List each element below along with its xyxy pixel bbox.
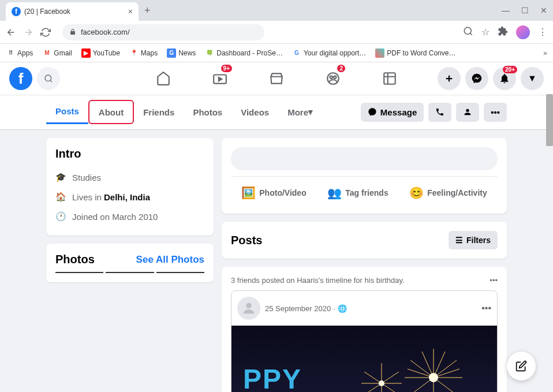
address-bar[interactable]: facebook.com/ [62,24,264,40]
intro-studies: 🎓Studies [55,167,204,187]
svg-line-24 [382,383,399,392]
bookmarks-overflow-icon[interactable]: » [543,49,547,57]
browser-toolbar: facebook.com/ ☆ ⋮ [0,21,553,44]
browser-tab-strip: f (20 | Facebook × + — ☐ ✕ [0,0,553,21]
extensions-icon[interactable] [498,26,508,39]
browser-tab[interactable]: f (20 | Facebook × [6,2,139,21]
clock-icon: 🕐 [55,211,66,222]
svg-rect-6 [384,73,395,84]
nav-watch[interactable]: 9+ [194,65,246,92]
notifications-button[interactable]: 20+ [493,67,516,90]
zoom-icon[interactable] [463,26,473,39]
timeline-menu[interactable]: ••• [490,276,498,285]
post-image[interactable]: PPY [231,326,497,392]
bookmark-gmail[interactable]: MGmail [42,48,72,58]
search-button[interactable] [37,67,60,90]
create-button[interactable] [438,67,461,90]
tab-title: (20 | Facebook [24,8,125,16]
new-tab-button[interactable]: + [144,5,151,17]
nav-gaming[interactable] [364,65,416,92]
add-friend-button[interactable] [456,103,479,122]
photos-card: Photos See All Photos [46,244,214,282]
maximize-icon[interactable]: ☐ [521,6,529,15]
svg-line-26 [364,383,382,392]
svg-point-3 [327,73,339,84]
lock-icon [69,27,76,38]
sparkler-icon [358,360,405,392]
svg-point-4 [330,76,332,79]
feeling-action[interactable]: 😊Feeling/Activity [405,181,491,204]
bookmark-star-icon[interactable]: ☆ [481,27,490,38]
feeling-icon: 😊 [409,186,424,200]
filters-button[interactable]: ☰Filters [449,231,498,249]
compose-fab[interactable] [507,352,536,380]
globe-icon: 🌐 [338,304,347,313]
intro-joined: 🕐Joined on March 2010 [55,207,204,226]
scrollbar-thumb[interactable] [546,94,553,146]
bookmark-google[interactable]: GYour digital opport… [292,48,366,58]
facebook-favicon: f [12,7,21,16]
tab-more[interactable]: More ▾ [278,100,322,124]
intro-title: Intro [55,147,204,160]
posts-section-card: Posts ☰Filters [222,222,507,259]
messenger-button[interactable] [465,67,488,90]
nav-home[interactable] [137,65,189,92]
bookmark-maps[interactable]: 📍Maps [129,48,158,58]
nav-groups[interactable]: 2 [307,65,359,92]
see-all-photos-link[interactable]: See All Photos [136,254,204,266]
bookmark-dashboard[interactable]: 🍀Dashboard - ProSe… [205,48,283,58]
url-text: facebook.com/ [81,28,130,36]
timeline-post-card: 3 friends posted on Haaris's timeline fo… [222,267,507,392]
watch-badge: 9+ [221,65,232,72]
account-dropdown[interactable]: ▼ [521,67,544,90]
call-button[interactable] [428,103,451,122]
forward-button [23,27,33,38]
graduation-icon: 🎓 [55,172,66,182]
close-tab-icon[interactable]: × [128,7,133,16]
posts-title: Posts [231,234,262,247]
post-date[interactable]: 25 September 2020 · 🌐 [265,304,347,313]
back-button[interactable] [6,27,16,38]
post-avatar[interactable] [237,297,260,320]
photos-title: Photos [55,253,95,266]
notifications-badge: 20+ [503,66,517,73]
bookmarks-bar: ⠿Apps MGmail ▶YouTube 📍Maps GNews 🍀Dashb… [0,44,553,62]
bookmark-news[interactable]: GNews [167,48,196,58]
profile-tabs-bar: Posts About Friends Photos Videos More ▾… [0,95,553,130]
tag-friends-action[interactable]: 👥Tag friends [323,181,393,204]
facebook-logo[interactable]: f [9,67,32,90]
minimize-icon[interactable]: — [502,6,510,15]
post-menu-button[interactable]: ••• [481,303,491,313]
svg-line-28 [364,372,382,383]
home-icon: 🏠 [55,192,66,202]
svg-point-20 [429,373,438,382]
facebook-header: f 9+ 2 20+ ▼ [0,62,553,95]
profile-avatar-icon[interactable] [516,25,530,39]
tab-friends[interactable]: Friends [134,100,184,124]
filters-icon: ☰ [455,236,463,245]
tab-posts[interactable]: Posts [46,100,88,124]
tab-photos[interactable]: Photos [184,100,231,124]
intro-location: 🏠Lives in Delhi, India [55,187,204,207]
create-post-input[interactable] [231,147,498,170]
svg-point-29 [379,380,384,386]
intro-card: Intro 🎓Studies 🏠Lives in Delhi, India 🕐J… [46,138,214,236]
tag-icon: 👥 [327,186,342,200]
window-controls: — ☐ ✕ [502,6,547,15]
create-post-card: 🖼️Photo/Video 👥Tag friends 😊Feeling/Acti… [222,138,507,214]
bookmark-pdf[interactable]: PDF to Word Conve… [375,48,455,58]
bookmark-apps[interactable]: ⠿Apps [6,48,33,58]
reload-button[interactable] [40,27,51,38]
svg-point-5 [334,76,336,79]
sparkler-icon [399,343,468,392]
bookmark-youtube[interactable]: ▶YouTube [81,48,120,58]
photo-video-action[interactable]: 🖼️Photo/Video [237,181,311,204]
message-button[interactable]: Message [361,103,424,122]
chrome-menu-icon[interactable]: ⋮ [538,27,547,38]
tab-videos[interactable]: Videos [231,100,278,124]
close-window-icon[interactable]: ✕ [540,6,547,15]
svg-point-0 [464,27,471,34]
more-actions-button[interactable]: ••• [484,103,507,122]
nav-marketplace[interactable] [251,65,302,92]
tab-about[interactable]: About [88,100,134,124]
